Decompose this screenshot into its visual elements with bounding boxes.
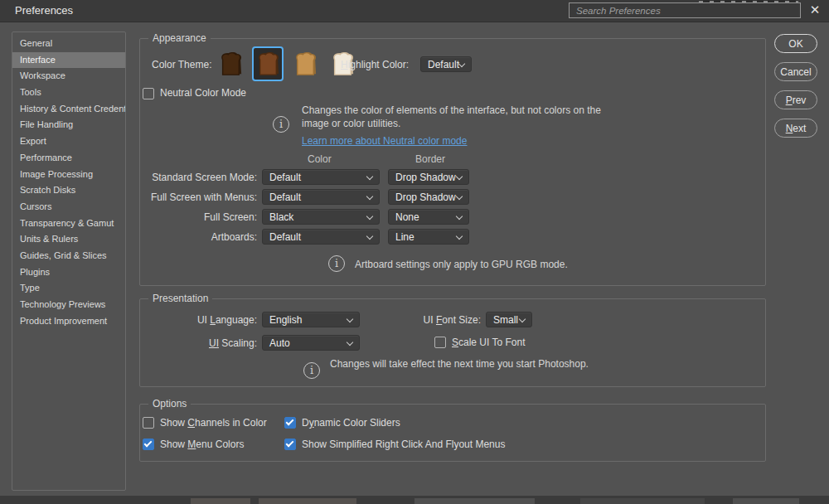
standard-screen-mode-border-select[interactable]: Drop Shadow [388,169,469,185]
sidebar-item-interface[interactable]: Interface [12,52,125,69]
neutral-mode-note: Changes the color of elements of the int… [302,104,601,130]
sidebar-item-tools[interactable]: Tools [12,85,125,101]
chevron-down-icon [519,316,526,322]
color-theme-swatch-light[interactable] [289,46,321,81]
sidebar-item-performance[interactable]: Performance [12,150,125,167]
color-theme-swatch-dark[interactable] [252,46,284,81]
show-simplified-right-click-label: Show Simplified Right Click And Flyout M… [302,439,505,450]
ui-language-label: UI Language: [139,314,257,326]
sidebar-item-cursors[interactable]: Cursors [12,199,125,216]
bottom-edge [0,496,829,504]
chevron-down-icon [456,213,463,220]
prev-button[interactable]: Prev [774,90,817,109]
color-theme-swatch-darkest[interactable] [215,46,246,81]
check-icon [286,418,294,426]
background-app-segment [733,498,799,504]
artboard-note: Artboard settings only apply to GPU RGB … [355,258,568,271]
restart-note: Changes will take effect the next time y… [330,357,589,371]
check-icon [286,439,294,448]
show-menu-colors-checkbox[interactable] [143,439,154,450]
ok-button[interactable]: OK [774,34,817,53]
color-column-header: Color [308,153,332,165]
dialog-title: Preferences [15,4,73,17]
sidebar-item-transparency-gamut[interactable]: Transparency & Gamut [12,216,125,232]
highlight-color-select[interactable]: Default [420,56,472,72]
sidebar-item-units-rulers[interactable]: Units & Rulers [12,231,125,248]
background-app-segment [580,498,705,504]
standard-screen-mode-color-select[interactable]: Default [262,169,380,185]
search-input[interactable] [569,2,801,18]
chevron-down-icon [366,233,373,240]
show-simplified-right-click-checkbox[interactable] [284,439,296,450]
artboards-color-select[interactable]: Default [262,229,380,245]
highlight-color-label: Highlight Color: [341,59,409,70]
cancel-button[interactable]: Cancel [774,62,817,81]
sidebar: GeneralInterfaceWorkspaceToolsHistory & … [12,32,126,491]
sidebar-item-plugins[interactable]: Plugins [12,264,125,281]
chevron-down-icon [456,173,463,180]
sidebar-item-general[interactable]: General [12,36,125,52]
chevron-down-icon [366,173,373,180]
sidebar-item-workspace[interactable]: Workspace [12,68,125,85]
neutral-color-mode-label: Neutral Color Mode [160,87,246,99]
neutral-color-mode-checkbox[interactable] [143,88,154,99]
options-group [139,404,766,462]
full-screen-with-menus-color-select[interactable]: Default [262,189,380,205]
info-icon: i [303,362,320,379]
full-screen-with-menus-border-select[interactable]: Drop Shadow [388,189,469,205]
titlebar: Preferences ✕ [0,0,829,22]
chevron-down-icon [366,213,373,220]
info-icon: i [273,116,289,133]
sidebar-item-technology-previews[interactable]: Technology Previews [12,297,125,313]
sidebar-item-export[interactable]: Export [12,133,125,150]
full-screen-with-menus-label: Full Screen with Menus: [139,191,257,203]
preferences-dialog: Preferences ✕ GeneralInterfaceWorkspaceT… [0,0,829,504]
sidebar-item-guides-grid-slices[interactable]: Guides, Grid & Slices [12,248,125,264]
scale-ui-to-font-label: Scale UI To Font [452,337,526,348]
standard-screen-mode-label: Standard Screen Mode: [139,172,257,183]
sidebar-item-image-processing[interactable]: Image Processing [12,167,125,183]
next-button[interactable]: Next [774,119,817,138]
appearance-legend: Appearance [148,32,211,44]
close-icon[interactable]: ✕ [807,2,823,17]
show-channels-in-color-label: Show Channels in Color [160,417,267,429]
show-channels-in-color-checkbox[interactable] [143,417,154,429]
ui-font-size-label: UI Font Size: [381,314,481,326]
border-column-header: Border [415,153,445,165]
ui-scaling-label: UI Scaling: [139,337,257,349]
options-legend: Options [148,398,191,410]
sidebar-item-product-improvement[interactable]: Product Improvement [12,313,125,330]
check-icon [144,439,153,448]
artboards-border-select[interactable]: Line [388,229,469,245]
chevron-down-icon [366,193,373,200]
color-theme-swatches [215,46,358,82]
background-app-segment [414,498,535,504]
sidebar-item-history-content-credentials[interactable]: History & Content Credentials [12,101,125,118]
color-theme-label: Color Theme: [152,59,211,70]
scale-ui-to-font-checkbox[interactable] [434,337,446,348]
full-screen-border-select[interactable]: None [388,209,469,225]
full-screen-color-select[interactable]: Black [262,209,380,225]
info-icon: i [328,255,345,272]
artboards-label: Artboards: [139,231,257,243]
sidebar-item-scratch-disks[interactable]: Scratch Disks [12,182,125,199]
show-menu-colors-label: Show Menu Colors [160,439,244,450]
sidebar-item-type[interactable]: Type [12,280,125,297]
dynamic-color-sliders-label: Dynamic Color Sliders [302,417,400,429]
neutral-mode-learn-more-link[interactable]: Learn more about Neutral color mode [302,135,467,147]
chevron-down-icon [456,193,463,200]
chevron-down-icon [347,316,353,322]
background-app-segment [191,498,250,504]
ui-font-size-select[interactable]: Small [486,312,532,327]
chevron-down-icon [347,339,353,346]
ui-scaling-select[interactable]: Auto [262,335,360,351]
chevron-down-icon [456,233,463,240]
full-screen-label: Full Screen: [139,211,257,223]
sidebar-item-file-handling[interactable]: File Handling [12,117,125,133]
presentation-legend: Presentation [148,293,212,304]
ui-language-select[interactable]: English [262,312,360,327]
background-app-segment [259,498,356,504]
dynamic-color-sliders-checkbox[interactable] [284,417,296,429]
